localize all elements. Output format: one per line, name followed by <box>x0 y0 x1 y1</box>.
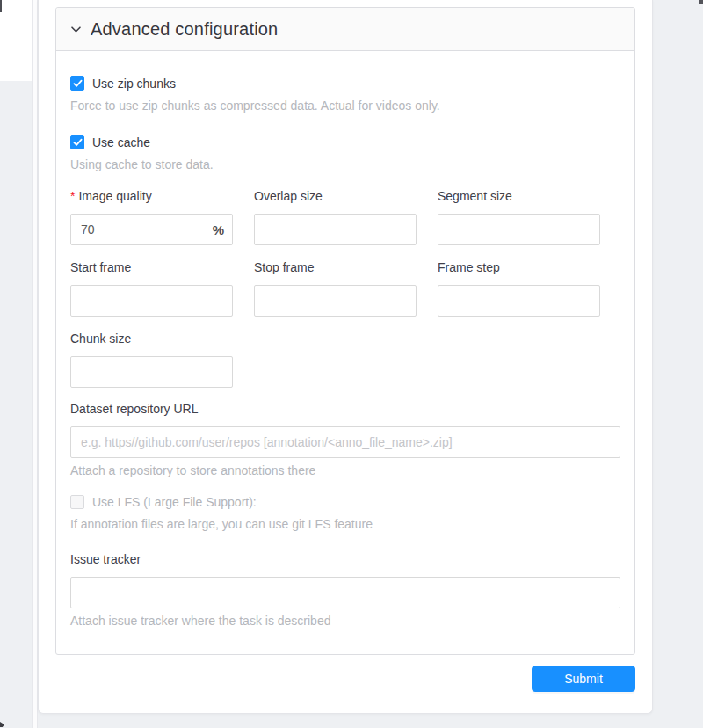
zip-chunks-label[interactable]: Use zip chunks <box>92 76 176 91</box>
required-asterisk: * <box>70 189 75 203</box>
fields-row-3: Chunk size <box>70 331 620 388</box>
scrollbar-thumb[interactable] <box>0 0 2 12</box>
create-task-card: Advanced configuration Use zip chunks Fo… <box>38 0 653 714</box>
repository-field: Dataset repository URL Attach a reposito… <box>70 402 620 477</box>
check-icon <box>73 138 83 147</box>
start-frame-label: Start frame <box>70 260 233 278</box>
issue-tracker-field: Issue tracker Attach issue tracker where… <box>70 552 620 628</box>
use-cache-row: Use cache <box>70 135 620 150</box>
cursor-artifact <box>0 722 4 727</box>
image-quality-label: *Image quality <box>70 189 233 207</box>
segment-size-label: Segment size <box>438 189 600 207</box>
overlap-size-input[interactable] <box>254 214 417 245</box>
advanced-configuration-header[interactable]: Advanced configuration <box>56 8 634 51</box>
zip-chunks-checkbox[interactable] <box>70 76 84 91</box>
use-lfs-checkbox[interactable] <box>70 495 84 509</box>
zip-chunks-help: Force to use zip chunks as compressed da… <box>70 98 620 113</box>
chunk-size-label: Chunk size <box>70 331 233 349</box>
fields-row-2: Start frame Stop frame Frame step <box>70 260 620 317</box>
issue-tracker-help: Attach issue tracker where the task is d… <box>70 614 620 628</box>
advanced-configuration-panel: Advanced configuration Use zip chunks Fo… <box>55 7 635 655</box>
stop-frame-input[interactable] <box>254 285 417 317</box>
segment-size-input[interactable] <box>438 214 600 245</box>
use-cache-help: Using cache to store data. <box>70 157 620 171</box>
repository-url-input[interactable] <box>70 426 620 458</box>
use-lfs-label[interactable]: Use LFS (Large File Support): <box>92 495 257 509</box>
screen-corner-artifact <box>699 0 703 4</box>
page-background-white-strip <box>0 0 32 81</box>
frame-step-input[interactable] <box>438 285 600 317</box>
check-icon <box>73 79 83 88</box>
use-cache-label[interactable]: Use cache <box>92 135 150 149</box>
use-cache-checkbox[interactable] <box>70 135 84 149</box>
stop-frame-label: Stop frame <box>254 260 417 278</box>
issue-tracker-input[interactable] <box>70 577 620 608</box>
chunk-size-input[interactable] <box>70 356 233 388</box>
overlap-size-label: Overlap size <box>254 189 417 207</box>
scrollbar-track[interactable] <box>32 0 38 728</box>
image-quality-input[interactable] <box>70 214 233 245</box>
panel-title: Advanced configuration <box>91 19 278 40</box>
frame-step-label: Frame step <box>438 260 600 278</box>
issue-tracker-label: Issue tracker <box>70 552 620 570</box>
panel-body: Use zip chunks Force to use zip chunks a… <box>56 51 634 654</box>
use-lfs-help: If annotation files are large, you can u… <box>70 517 620 531</box>
fields-row-1: *Image quality % Overlap size Segment si… <box>70 189 620 245</box>
repository-url-help: Attach a repository to store annotations… <box>70 463 620 477</box>
use-lfs-row: Use LFS (Large File Support): <box>70 494 620 510</box>
repository-url-label: Dataset repository URL <box>70 402 620 419</box>
submit-button[interactable]: Submit <box>532 666 635 692</box>
chevron-down-icon <box>70 24 82 35</box>
form-footer: Submit <box>39 666 635 692</box>
start-frame-input[interactable] <box>70 285 233 317</box>
zip-chunks-row: Use zip chunks <box>70 76 620 91</box>
